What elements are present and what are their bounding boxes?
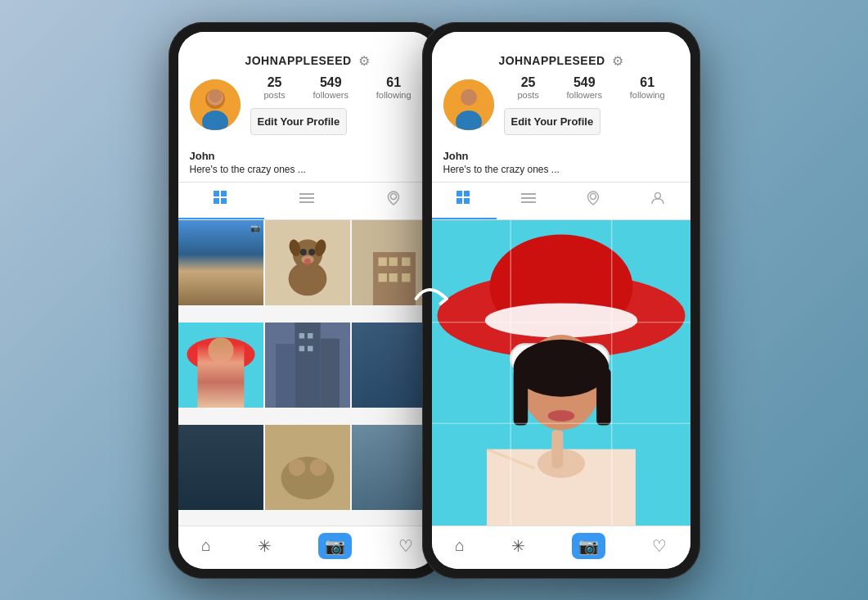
tab-person-right[interactable] — [626, 183, 690, 219]
svg-rect-33 — [200, 376, 242, 408]
person-icon-right — [650, 191, 665, 210]
username-left: JOHNAPPLESEED — [245, 54, 351, 67]
svg-point-18 — [299, 249, 306, 255]
following-label-right: following — [630, 90, 665, 100]
stat-followers-right[interactable]: 549 followers — [567, 75, 602, 100]
followers-number-left: 549 — [320, 75, 342, 90]
svg-rect-41 — [308, 345, 313, 351]
heart-icon-left[interactable]: ♡ — [398, 536, 413, 556]
profile-header-left: JOHNAPPLESEED ⚙ — [178, 48, 437, 150]
svg-rect-74 — [513, 368, 527, 425]
tab-grid-right[interactable] — [432, 183, 497, 219]
posts-label-left: posts — [263, 90, 285, 100]
phone-left: JOHNAPPLESEED ⚙ — [169, 22, 447, 579]
following-number-left: 61 — [386, 75, 401, 90]
bio-section-right: John Here's to the crazy ones ... — [432, 150, 690, 182]
svg-point-44 — [288, 458, 305, 476]
svg-rect-75 — [596, 368, 610, 425]
gear-icon-left[interactable]: ⚙ — [358, 53, 370, 69]
followers-label-right: followers — [567, 90, 602, 100]
svg-rect-28 — [389, 273, 397, 282]
svg-point-19 — [308, 249, 315, 255]
avatar-stats-row-left: 25 posts 549 followers 61 following — [190, 75, 425, 135]
heart-icon-right[interactable]: ♡ — [652, 536, 667, 556]
grid-cell-7[interactable] — [178, 425, 263, 510]
tab-list-left[interactable] — [264, 183, 350, 219]
stat-following-left[interactable]: 61 following — [376, 75, 412, 100]
stat-posts-right[interactable]: 25 posts — [517, 75, 538, 100]
svg-rect-51 — [464, 191, 470, 196]
list-icon-right — [521, 191, 536, 210]
bottom-nav-right: ⌂ ✳ 📷 ♡ — [432, 526, 690, 569]
svg-rect-54 — [521, 193, 536, 195]
avatar-right — [443, 79, 494, 130]
home-icon-left[interactable]: ⌂ — [201, 536, 211, 555]
svg-rect-40 — [299, 345, 304, 351]
grid-cell-4[interactable] — [178, 323, 263, 408]
svg-point-43 — [281, 457, 334, 499]
bottom-nav-left: ⌂ ✳ 📷 ♡ — [178, 526, 437, 569]
posts-label-right: posts — [517, 90, 538, 100]
bio-name-left: John — [190, 150, 425, 162]
explore-icon-right[interactable]: ✳ — [511, 536, 525, 556]
posts-number-left: 25 — [268, 75, 282, 90]
photo-grid-left: 📷 — [178, 220, 437, 526]
phone-right-screen: JOHNAPPLESEED ⚙ — [432, 32, 690, 569]
home-icon-right[interactable]: ⌂ — [455, 536, 465, 555]
edit-profile-button-right[interactable]: Edit Your Profile — [504, 108, 601, 135]
camera-icon-right[interactable]: 📷 — [572, 533, 605, 559]
camera-overlay-1: 📷 — [250, 223, 260, 232]
grid-cell-2[interactable] — [265, 220, 350, 305]
svg-point-76 — [547, 409, 574, 421]
svg-rect-37 — [320, 338, 339, 408]
status-bar-left — [178, 32, 437, 48]
location-icon-left — [386, 191, 401, 210]
stat-following-right[interactable]: 61 following — [630, 75, 665, 100]
avatar-stats-row-right: 25 posts 549 followers 61 following — [443, 75, 679, 135]
arrow-container — [410, 274, 459, 327]
tab-grid-left[interactable] — [178, 183, 264, 219]
svg-rect-39 — [308, 333, 313, 339]
posts-number-right: 25 — [521, 75, 536, 90]
svg-rect-5 — [214, 191, 219, 196]
svg-point-21 — [304, 258, 311, 264]
svg-rect-29 — [402, 273, 410, 282]
stat-followers-left[interactable]: 549 followers — [313, 75, 349, 100]
tab-bar-right — [432, 182, 690, 220]
stats-row-left: 25 posts 549 followers 61 following — [250, 75, 425, 100]
grid-cell-5[interactable] — [265, 323, 350, 408]
svg-rect-24 — [378, 257, 386, 265]
svg-rect-6 — [221, 191, 227, 196]
stat-posts-left[interactable]: 25 posts — [263, 75, 285, 100]
grid-icon-right — [456, 191, 471, 210]
svg-point-45 — [309, 458, 326, 476]
svg-point-32 — [208, 337, 233, 363]
stats-container-left: 25 posts 549 followers 61 following — [250, 75, 425, 135]
location-icon-right — [586, 191, 600, 210]
tab-list-right[interactable] — [497, 183, 561, 219]
tab-location-right[interactable] — [561, 183, 626, 219]
svg-rect-8 — [221, 198, 227, 204]
edit-profile-button-left[interactable]: Edit Your Profile — [250, 108, 348, 135]
grid-cell-1[interactable]: 📷 — [178, 220, 263, 305]
gear-icon-right[interactable]: ⚙ — [612, 53, 623, 69]
phone-left-screen: JOHNAPPLESEED ⚙ — [178, 32, 437, 569]
camera-icon-left[interactable]: 📷 — [318, 533, 352, 559]
grid-cell-8[interactable] — [265, 425, 350, 510]
tab-bar-left — [178, 182, 437, 220]
bio-section-left: John Here's to the crazy ones ... — [178, 150, 437, 182]
followers-label-left: followers — [313, 90, 349, 100]
profile-header-right: JOHNAPPLESEED ⚙ — [432, 48, 690, 150]
status-bar-right — [432, 32, 690, 48]
following-label-left: following — [376, 90, 412, 100]
svg-point-65 — [484, 303, 637, 337]
svg-point-58 — [655, 192, 661, 198]
svg-rect-11 — [299, 201, 314, 203]
bio-name-right: John — [443, 150, 679, 162]
stats-container-right: 25 posts 549 followers 61 following — [504, 75, 679, 135]
grid-icon-left — [214, 191, 228, 210]
phones-container: JOHNAPPLESEED ⚙ — [169, 22, 700, 579]
explore-icon-left[interactable]: ✳ — [258, 536, 272, 556]
svg-rect-9 — [299, 193, 314, 195]
svg-rect-50 — [456, 191, 462, 196]
